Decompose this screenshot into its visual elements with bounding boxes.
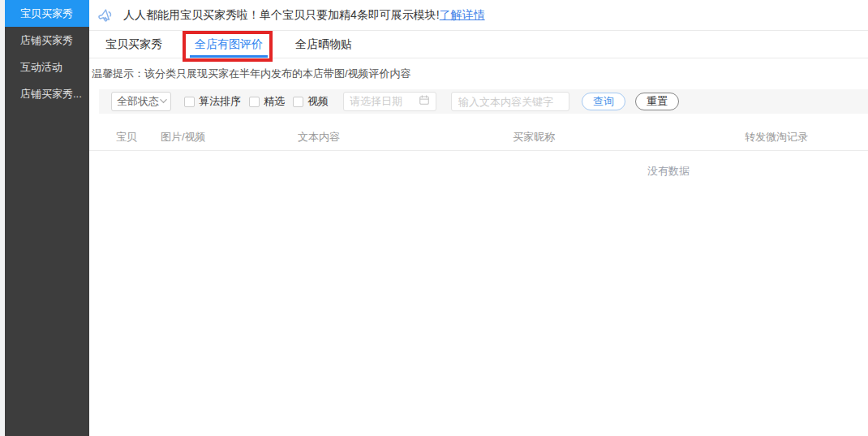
date-picker-input[interactable]: 请选择日期: [343, 92, 436, 111]
empty-state-text: 没有数据: [89, 164, 868, 179]
column-header-media: 图片/视频: [161, 130, 298, 145]
tab-all-shop-picture-reviews[interactable]: 全店有图评价: [195, 31, 263, 58]
column-header-buyer-name: 买家昵称: [513, 130, 745, 145]
column-header-weitao-repost: 转发微淘记录: [745, 130, 868, 145]
checkbox-label: 算法排序: [199, 94, 241, 109]
checkbox-label: 精选: [264, 94, 285, 109]
calendar-icon[interactable]: [419, 94, 430, 109]
table-header-row: 宝贝 图片/视频 文本内容 买家昵称 转发微淘记录: [89, 124, 868, 151]
sidebar: 宝贝买家秀 店铺买家秀 互动活动 店铺买家秀...: [5, 0, 89, 436]
notice-banner: 人人都能用宝贝买家秀啦！单个宝贝只要加精4条即可展示模块!了解详情: [89, 0, 868, 31]
checkbox-algorithm-sort[interactable]: 算法排序: [184, 94, 241, 109]
checkbox-featured[interactable]: 精选: [249, 94, 285, 109]
filter-checkboxes: 算法排序 精选 视频: [184, 94, 337, 109]
megaphone-icon: [96, 6, 115, 25]
main-content: 人人都能用宝贝买家秀啦！单个宝贝只要加精4条即可展示模块!了解详情 宝贝买家秀 …: [89, 0, 868, 436]
column-header-item: 宝贝: [116, 130, 161, 145]
status-select-value: 全部状态: [117, 94, 159, 109]
checkbox-icon[interactable]: [249, 97, 260, 107]
filter-bar: 全部状态 算法排序 精选 视频: [99, 89, 868, 114]
status-select[interactable]: 全部状态: [111, 92, 171, 111]
banner-text: 人人都能用宝贝买家秀啦！单个宝贝只要加精4条即可展示模块!: [123, 8, 440, 23]
column-header-text: 文本内容: [298, 130, 513, 145]
sidebar-item-interactive-activity[interactable]: 互动活动: [5, 54, 89, 80]
checkbox-video[interactable]: 视频: [293, 94, 329, 109]
date-placeholder: 请选择日期: [350, 94, 402, 109]
learn-more-link[interactable]: 了解详情: [440, 8, 485, 23]
buyer-show-admin-page: 宝贝买家秀 店铺买家秀 互动活动 店铺买家秀... 人人都能用宝贝买家秀啦！单个…: [0, 0, 868, 436]
checkbox-icon[interactable]: [184, 97, 195, 107]
sidebar-item-shop-buyer-show-more[interactable]: 店铺买家秀...: [5, 80, 89, 107]
sidebar-item-item-buyer-show[interactable]: 宝贝买家秀: [5, 0, 89, 27]
checkbox-label: 视频: [307, 94, 329, 109]
reset-button[interactable]: 重置: [635, 93, 679, 110]
query-button[interactable]: 查询: [582, 93, 625, 110]
tab-all-shop-show-posts[interactable]: 全店晒物贴: [295, 31, 352, 58]
notice-text: 温馨提示：该分类只展现买家在半年内发布的本店带图/视频评价内容: [92, 67, 868, 81]
tab-bar: 宝贝买家秀 全店有图评价 全店晒物贴: [89, 31, 868, 58]
keyword-input[interactable]: [451, 92, 569, 111]
sidebar-item-shop-buyer-show[interactable]: 店铺买家秀: [5, 27, 89, 54]
checkbox-icon[interactable]: [293, 97, 303, 107]
tab-item-buyer-show[interactable]: 宝贝买家秀: [105, 31, 162, 58]
chevron-down-icon: [159, 94, 168, 109]
